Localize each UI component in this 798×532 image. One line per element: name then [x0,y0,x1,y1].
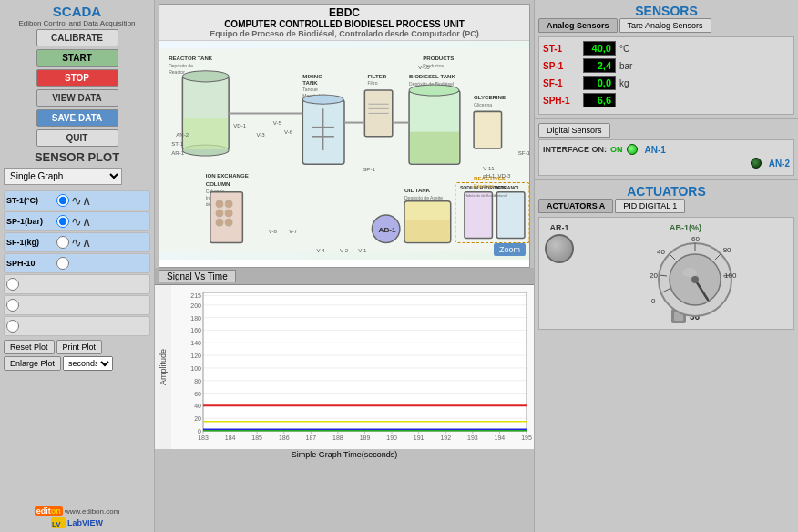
print-plot-button[interactable]: Print Plot [56,340,103,354]
sensor-row-sp1: SP-1(bar) ∿∧ [4,211,150,231]
svg-text:Tanque: Tanque [302,87,318,92]
sensor-wave-sf1: ∿∧ [71,235,91,250]
svg-text:AB-1: AB-1 [379,226,396,234]
svg-text:GLYCERINE: GLYCERINE [474,94,506,100]
svg-rect-56 [210,192,243,243]
sensors-title: SENSORS [538,4,794,18]
diagram-image-area: REACTOR TANK Depósito de Reactor MIXING … [159,41,529,260]
svg-text:V-4: V-4 [317,247,326,253]
chart-plot-area [171,285,534,449]
interface-row: INTERFACE ON: ON AN-1 [543,144,790,155]
svg-text:0: 0 [651,297,656,305]
scada-header: SCADA Edibon Control and Data Acquisitio… [18,4,135,27]
scada-title: SCADA [18,4,135,19]
chart-canvas [171,285,534,449]
svg-point-58 [225,200,232,208]
graph-type-dropdown[interactable]: Single Graph Multi Graph [4,168,122,185]
svg-text:V-2: V-2 [340,247,349,253]
svg-point-100 [691,276,699,283]
actuators-a-tab[interactable]: ACTUATORS A [538,199,613,213]
sensor-radio-st1[interactable] [56,194,69,207]
sensor-radio-empty3[interactable] [6,320,19,332]
reset-plot-button[interactable]: Reset Plot [4,340,55,354]
interface-label: INTERFACE ON: [543,145,607,154]
an2-label: AN-2 [769,159,790,169]
sensor-data-row-sf1: SF-1 0,0 kg [543,76,790,90]
sensor-label-sph10: SPH-10 [6,259,56,268]
sensor-row-st1: ST-1(°C) ∿∧ [4,190,150,210]
svg-text:V-6: V-6 [284,128,293,135]
save-data-button[interactable]: SAVE DATA [36,109,118,127]
tare-analog-tab[interactable]: Tare Analog Sensors [619,18,711,33]
view-data-button[interactable]: VIEW DATA [36,89,118,107]
svg-text:VD-1: VD-1 [233,122,246,128]
sensor-wave-st1: ∿∧ [71,193,91,208]
graph-type-select: Single Graph Multi Graph [4,168,150,185]
sensor-value-sf1: 0,0 [583,76,616,90]
sensor-row-sph10: SPH-10 [4,253,150,273]
svg-rect-9 [183,118,228,149]
signal-vs-time-tab[interactable]: Signal Vs Time [159,270,236,282]
start-button[interactable]: START [36,49,118,66]
knob-svg: 0 20 40 60 -80 [650,234,741,325]
svg-text:V-11: V-11 [483,165,495,171]
diagram-subtitle1: COMPUTER CONTROLLED BIODIESEL PROCESS UN… [161,19,527,29]
ar1-label: AR-1 [549,223,568,232]
analog-sensors-tab[interactable]: Analog Sensors [538,18,618,33]
enlarge-plot-button[interactable]: Enlarge Plot [4,356,61,371]
svg-text:LV: LV [52,520,61,528]
svg-text:MIXING: MIXING [302,73,322,79]
sensor-data-row-sp1: SP-1 2,4 bar [543,58,790,73]
svg-point-101 [682,268,697,277]
svg-text:TANK: TANK [302,79,318,86]
ar1-control: AR-1 [545,223,574,263]
pid-digital-tab[interactable]: PID DIGITAL 1 [615,199,685,213]
sensor-label-st1: ST-1(°C) [6,196,56,205]
zoom-button[interactable]: Zoom [494,243,526,256]
time-unit-select[interactable]: seconds minutes [63,356,113,371]
sensor-row-empty3 [4,316,150,336]
svg-text:ION EXCHANGE: ION EXCHANGE [206,172,249,179]
process-svg: REACTOR TANK Depósito de Reactor MIXING … [159,41,529,260]
sensor-id-sph1: SPH-1 [543,96,579,106]
knob-area[interactable]: 0 20 40 60 -80 [650,234,722,307]
svg-rect-42 [465,192,492,239]
led-an1 [627,144,638,155]
svg-point-62 [225,219,232,226]
interface-status: ON [610,145,623,154]
calibrate-button[interactable]: CALIBRATE [36,29,118,46]
sensor-radio-empty1[interactable] [6,278,19,291]
ab1-label: AB-1(%) [670,223,701,232]
sensor-unit-st1: °C [619,44,638,54]
digital-sensors-tab[interactable]: Digital Sensors [538,123,610,138]
svg-text:V-8: V-8 [269,228,278,234]
sensor-value-sp1: 2,4 [583,58,616,73]
svg-text:PRODUCTS: PRODUCTS [423,55,454,61]
sensor-plot-section: SENSOR PLOT Single Graph Multi Graph ST-… [4,150,150,371]
sensor-radio-sp1[interactable] [56,215,69,228]
labview-icon: LV [51,517,66,528]
sensor-radio-sf1[interactable] [56,236,69,249]
sensor-radio-sph10[interactable] [56,257,69,270]
svg-point-29 [409,85,459,96]
an1-label: AN-1 [645,145,666,155]
svg-text:OIL TANK: OIL TANK [404,187,431,193]
sensor-tabs: Analog Sensors Tare Analog Sensors [538,18,794,33]
sensor-value-sph1: 6,6 [583,93,616,107]
sensor-row-empty1 [4,274,150,294]
svg-text:-80: -80 [721,246,732,254]
ab1-control: AB-1(%) 0 20 [583,223,788,323]
svg-text:V-7: V-7 [289,228,298,234]
sensor-id-sp1: SP-1 [543,61,579,71]
quit-button[interactable]: QUIT [36,129,118,147]
svg-text:V-1: V-1 [358,247,367,253]
chart-x-axis-label: Simple Graph Time(seconds) [292,450,398,459]
sensor-list: ST-1(°C) ∿∧ SP-1(bar) ∿∧ SF-1(kg) ∿∧ SPH… [4,190,150,336]
signal-tab-bar: Signal Vs Time [155,268,534,285]
stop-button[interactable]: STOP [36,69,118,87]
sensor-radio-empty2[interactable] [6,299,19,312]
process-diagram: EBDC COMPUTER CONTROLLED BIODIESEL PROCE… [159,4,530,268]
left-panel: SCADA Edibon Control and Data Acquisitio… [0,0,155,532]
ar1-button[interactable] [545,234,574,263]
svg-text:Filtro: Filtro [367,80,377,86]
